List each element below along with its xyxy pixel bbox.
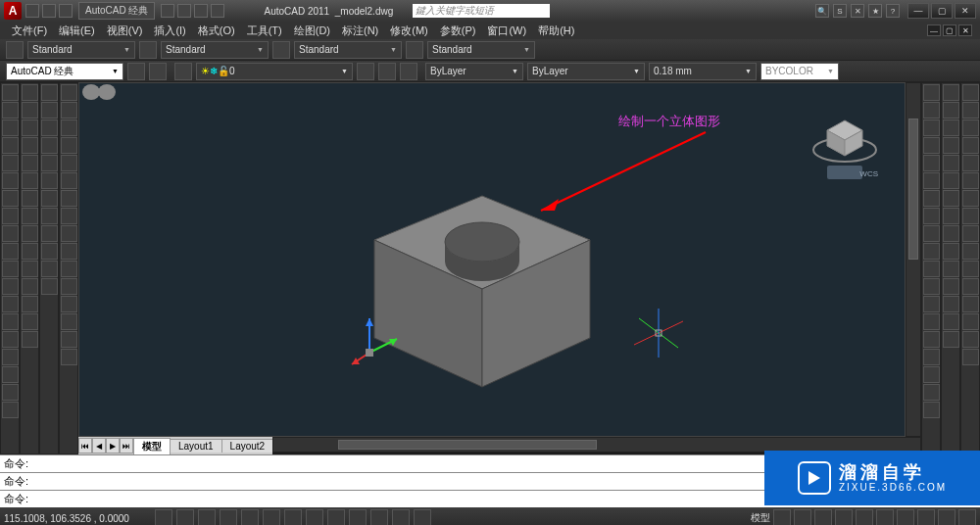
save-icon[interactable] [59,4,73,18]
block-editor-icon[interactable] [943,331,959,348]
layer-tool1-icon[interactable] [357,63,374,80]
mlstyle-icon[interactable] [406,41,423,59]
lwt-toggle-icon[interactable] [349,509,367,525]
redo-icon[interactable] [177,4,191,18]
zoom-window-icon[interactable] [962,84,979,101]
dim-ordinate-icon[interactable] [923,137,940,154]
pan-icon[interactable] [962,243,979,260]
minimize-button[interactable]: — [907,3,929,19]
zoom-all-icon[interactable] [962,208,979,224]
open-icon[interactable] [42,4,56,18]
setvar-icon[interactable] [943,225,959,242]
revcloud-tool-icon[interactable] [2,208,19,224]
chamfer-edge-icon[interactable] [41,225,58,242]
solid-wedge-icon[interactable] [22,102,38,119]
menu-modify[interactable]: 修改(M) [386,23,432,39]
circle-tool-icon[interactable] [2,190,19,207]
table-tool-icon[interactable] [2,384,19,401]
quickselect-icon[interactable] [943,172,959,189]
dim-edit-icon[interactable] [923,384,940,401]
3dmove-icon[interactable] [41,84,58,101]
zoom-out-icon[interactable] [962,190,979,207]
tab-last-icon[interactable]: ⏭ [120,438,133,453]
color-dropdown[interactable]: ByLayer▼ [425,63,523,80]
ducs-toggle-icon[interactable] [306,509,323,525]
jog-line-icon[interactable] [923,366,940,383]
tablestyle-icon[interactable] [272,41,290,59]
volume-icon[interactable] [943,155,959,171]
move-icon[interactable] [61,172,77,189]
scale-icon[interactable] [61,208,77,224]
menu-format[interactable]: 格式(O) [194,23,239,39]
spline-tool-icon[interactable] [2,225,19,242]
table-style-dropdown[interactable]: Standard▼ [294,41,402,59]
matchprop-icon[interactable] [943,313,959,330]
dim-space-icon[interactable] [923,278,940,295]
zoom-scale-icon[interactable] [962,119,979,136]
rotate-icon[interactable] [61,190,77,207]
otrack-toggle-icon[interactable] [284,509,302,525]
zoom-center-icon[interactable] [962,137,979,154]
menu-help[interactable]: 帮助(H) [534,23,578,39]
distance-icon[interactable] [943,84,959,101]
dim-arc-icon[interactable] [923,119,940,136]
quickview-layouts-icon[interactable] [773,509,791,525]
linetype-dropdown[interactable]: ByLayer▼ [527,63,645,80]
zoom-extents-icon[interactable] [962,225,979,242]
dim-baseline-icon[interactable] [923,243,940,260]
plotstyle-dropdown[interactable]: BYCOLOR▼ [760,63,839,80]
arc-tool-icon[interactable] [2,172,19,189]
walk-icon[interactable] [962,331,979,348]
text-style-dropdown[interactable]: Standard▼ [161,41,269,59]
polar-toggle-icon[interactable] [220,509,237,525]
ellipse-tool-icon[interactable] [2,243,19,260]
annoauto-icon[interactable] [856,509,873,525]
mtext-tool-icon[interactable] [2,402,19,418]
workspace-dropdown[interactable]: AutoCAD 经典▼ [6,63,123,80]
dim-linear-icon[interactable] [923,84,940,101]
solid-box-icon[interactable] [22,84,38,101]
separate-icon[interactable] [41,278,58,295]
dim-quick-icon[interactable] [923,225,940,242]
swivel-icon[interactable] [962,313,979,330]
zoom-dynamic-icon[interactable] [962,102,979,119]
3drotate-icon[interactable] [41,102,58,119]
subscription-icon[interactable]: S [833,4,847,18]
workspace-switcher[interactable]: AutoCAD 经典 [78,2,155,20]
close-button[interactable]: ✕ [955,3,976,19]
dim-continue-icon[interactable] [923,261,940,277]
tab-prev-icon[interactable]: ◀ [92,438,106,453]
annovisibility-icon[interactable] [835,509,853,525]
qp-toggle-icon[interactable] [392,509,410,525]
solid-cone-icon[interactable] [22,119,38,136]
intersect-icon[interactable] [22,331,38,348]
make-block-icon[interactable] [2,296,19,312]
layer-manager-icon[interactable] [174,63,192,80]
exchange-icon[interactable]: ✕ [851,4,864,18]
union-icon[interactable] [22,296,38,312]
vertical-scrollbar[interactable] [906,82,921,437]
orbit-free-icon[interactable] [962,278,979,295]
radius-measure-icon[interactable] [943,102,959,119]
sweep-icon[interactable] [22,243,38,260]
drawing-canvas[interactable]: 绘制一个立体图形 WCS [78,82,906,437]
stretch-icon[interactable] [61,225,77,242]
tab-layout2[interactable]: Layout2 [221,439,274,453]
shell-icon[interactable] [41,243,58,260]
imprint-icon[interactable] [41,261,58,277]
explode-icon[interactable] [61,349,77,365]
undo-icon[interactable] [161,4,174,18]
menu-view[interactable]: 视图(V) [103,23,147,39]
toolbar-settings-icon[interactable] [149,63,167,80]
copy-icon[interactable] [61,102,77,119]
fly-icon[interactable] [962,349,979,365]
grid-toggle-icon[interactable] [176,509,194,525]
sc-toggle-icon[interactable] [414,509,431,525]
angle-measure-icon[interactable] [943,119,959,136]
annoscale-icon[interactable] [814,509,832,525]
tpy-toggle-icon[interactable] [370,509,388,525]
tab-next-icon[interactable]: ▶ [106,438,120,453]
layer-dropdown[interactable]: ☀❄🔓 0▼ [196,63,353,80]
osnap-toggle-icon[interactable] [241,509,259,525]
menu-dimension[interactable]: 标注(N) [338,23,382,39]
